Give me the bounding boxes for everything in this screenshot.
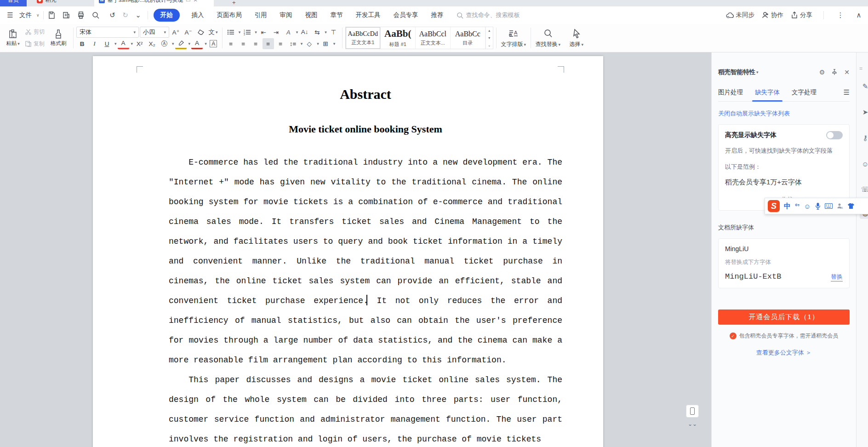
mobile-view-button[interactable]: [686, 405, 699, 418]
subscript-button[interactable]: X₂: [146, 38, 158, 49]
menu-item-section[interactable]: 章节: [330, 9, 344, 21]
tab-close-icon[interactable]: ✕: [193, 0, 197, 3]
auto-show-missing-fonts-link[interactable]: 关闭自动展示缺失字体列表: [718, 109, 850, 118]
font-name-select[interactable]: 宋体▾: [76, 27, 139, 38]
document-content[interactable]: Abstract Movie ticket online booking Sys…: [169, 56, 562, 447]
menu-item-member[interactable]: 会员专享: [393, 9, 419, 21]
dock-smiley-icon[interactable]: ☺: [860, 158, 868, 169]
highlight-color-button[interactable]: [175, 38, 187, 49]
undo-icon[interactable]: ↺: [107, 11, 118, 19]
menu-item-page-layout[interactable]: 页面布局: [216, 9, 243, 21]
copy-button[interactable]: 复制: [23, 40, 46, 48]
more-fonts-link[interactable]: 查看更多公文字体 ＞: [718, 349, 850, 357]
menu-item-home[interactable]: 开始: [154, 9, 180, 22]
cut-button[interactable]: 剪切: [23, 28, 46, 36]
more-options-icon[interactable]: ⋮: [835, 11, 846, 19]
dock-feedback-icon[interactable]: ☏: [860, 184, 868, 195]
panel-tab-menu-icon[interactable]: ☰: [844, 88, 850, 97]
ime-punctuation-icon[interactable]: °’: [795, 202, 799, 210]
collaborate-button[interactable]: 协作: [762, 11, 783, 19]
panel-title-caret-icon[interactable]: ▾: [756, 70, 759, 74]
highlight-toggle[interactable]: [826, 131, 843, 139]
align-right-button[interactable]: ≡: [250, 38, 262, 49]
new-tab-button[interactable]: +: [232, 0, 236, 6]
print-preview-icon[interactable]: [91, 11, 103, 19]
panel-pin-icon[interactable]: [831, 69, 838, 75]
bullet-list-button[interactable]: [225, 27, 237, 38]
gallery-scroll-down-icon[interactable]: ▾: [488, 36, 490, 40]
share-button[interactable]: 分享: [791, 11, 812, 19]
phonetic-guide-button[interactable]: 文▾: [207, 27, 219, 38]
tab-document[interactable]: W 基于ssm电影...统的设计与实现 ▭ ✕: [94, 0, 214, 6]
tab-present-icon[interactable]: ▭: [186, 0, 190, 3]
style-heading-1[interactable]: AaBb( 标题 #1: [381, 27, 416, 49]
sync-status-button[interactable]: 未同步: [725, 11, 755, 19]
superscript-button[interactable]: X²: [134, 38, 145, 49]
collapse-ribbon-icon[interactable]: ∧: [853, 11, 864, 19]
decrease-font-button[interactable]: A⁻: [183, 27, 194, 38]
panel-settings-gear-icon[interactable]: ⚙: [819, 69, 825, 76]
gallery-scroll-up-icon[interactable]: ▴: [488, 29, 490, 33]
sogou-ime-toolbar[interactable]: S 中 °’ ☺ 21: [765, 198, 868, 214]
sogou-logo-icon[interactable]: S: [768, 200, 780, 212]
paste-button[interactable]: 粘贴▾: [3, 26, 23, 50]
enclose-characters-button[interactable]: Ⓐ: [159, 38, 170, 49]
more-commands-icon[interactable]: ⌄: [133, 11, 144, 19]
justify-button[interactable]: ≡: [263, 38, 274, 49]
file-menu-caret-icon[interactable]: ∨: [36, 13, 40, 17]
redo-icon[interactable]: ↻: [120, 11, 131, 19]
line-spacing-button[interactable]: ↕≡: [287, 38, 299, 49]
menu-item-insert[interactable]: 插入: [191, 9, 205, 21]
menu-item-references[interactable]: 引用: [254, 9, 268, 21]
scroll-down-chevrons-icon[interactable]: ⌄⌄: [688, 422, 697, 426]
download-after-membership-button[interactable]: 开通会员后下载（1）: [718, 309, 850, 325]
output-pdf-icon[interactable]: [62, 11, 73, 19]
replace-link[interactable]: 替换: [831, 273, 843, 281]
tab-docer[interactable]: ◆ 稻壳: [32, 0, 87, 6]
dock-drag-handle[interactable]: =: [859, 65, 862, 72]
ime-chinese-mode-icon[interactable]: 中: [784, 202, 791, 211]
find-replace-button[interactable]: 查找替换▾: [534, 26, 562, 50]
underline-button[interactable]: U: [101, 38, 113, 49]
menu-item-view[interactable]: 视图: [304, 9, 319, 21]
panel-tab-missing-fonts[interactable]: 缺失字体: [755, 88, 780, 97]
increase-font-button[interactable]: A⁺: [170, 27, 182, 38]
style-toc[interactable]: AaBbCc 目录: [451, 27, 485, 49]
select-button[interactable]: 选择▾: [562, 26, 591, 50]
ime-login-person-icon[interactable]: 21: [837, 203, 843, 209]
char-shading-button[interactable]: A: [208, 38, 219, 49]
command-search-input[interactable]: 查找命令、搜索模板: [457, 11, 520, 19]
dock-key-icon[interactable]: ⚷: [860, 132, 868, 143]
numbered-list-button[interactable]: 123: [241, 27, 253, 38]
char-color-button[interactable]: A: [118, 38, 129, 49]
bold-button[interactable]: B: [76, 38, 88, 49]
text-direction-button[interactable]: ⇆: [311, 27, 323, 38]
print-icon[interactable]: [77, 11, 88, 19]
dock-pen-icon[interactable]: ✎: [860, 81, 868, 92]
tab-home[interactable]: 首页: [0, 0, 27, 6]
panel-close-icon[interactable]: ✕: [844, 69, 850, 76]
text-effects-button[interactable]: A: [282, 27, 295, 38]
menu-item-dev-tools[interactable]: 开发工具: [355, 9, 382, 21]
italic-button[interactable]: I: [89, 38, 100, 49]
save-icon[interactable]: [47, 11, 58, 19]
ime-skin-shirt-icon[interactable]: [847, 203, 855, 209]
format-painter-button[interactable]: 格式刷: [46, 26, 70, 50]
app-menu-icon[interactable]: ☰: [5, 11, 16, 19]
shading-button[interactable]: ◇: [303, 38, 315, 49]
distribute-button[interactable]: ≡: [275, 38, 286, 49]
ime-emoji-icon[interactable]: ☺: [804, 202, 811, 210]
panel-tab-text-processing[interactable]: 文字处理: [792, 88, 817, 97]
clear-format-eraser-icon[interactable]: [195, 27, 206, 38]
gallery-expand-icon[interactable]: ⌄: [488, 43, 491, 47]
font-size-select[interactable]: 小四▾: [140, 27, 169, 38]
panel-tab-image-processing[interactable]: 图片处理: [718, 88, 743, 97]
tab-ruler-button[interactable]: ⊤: [328, 27, 339, 38]
file-menu[interactable]: 文件: [18, 9, 33, 21]
style-body-text-1[interactable]: AaBbCcDd 正文文本1: [346, 27, 381, 49]
ime-microphone-icon[interactable]: [815, 202, 821, 210]
menu-item-recommend[interactable]: 推荐: [430, 9, 445, 21]
increase-indent-button[interactable]: ⇥: [270, 27, 282, 38]
decrease-indent-button[interactable]: ⇤: [258, 27, 269, 38]
typography-button[interactable]: A 文字排版▾: [499, 26, 528, 50]
